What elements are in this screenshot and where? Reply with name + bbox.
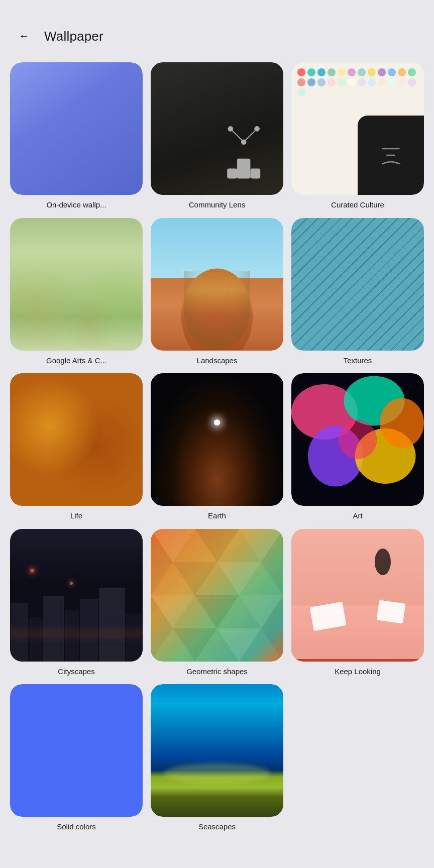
item-label-landscapes: Landscapes	[197, 356, 238, 366]
grid-item-curated-culture[interactable]: Curated Culture	[291, 62, 424, 210]
item-label-solid-colors: Solid colors	[57, 822, 96, 832]
item-label-life: Life	[70, 511, 82, 521]
wallpaper-grid: On-device wallp... Community Lens	[0, 58, 434, 852]
item-label-art: Art	[353, 511, 362, 521]
svg-rect-5	[237, 158, 250, 178]
svg-point-14	[380, 398, 424, 448]
grid-item-on-device[interactable]: On-device wallp...	[10, 62, 143, 210]
thumb-curated-culture	[291, 62, 424, 195]
item-label-keep-looking: Keep Looking	[335, 667, 381, 677]
svg-point-2	[228, 126, 233, 132]
thumb-geometric-shapes	[151, 529, 283, 662]
grid-item-community-lens[interactable]: Community Lens	[151, 62, 283, 210]
item-label-seascapes: Seascapes	[198, 822, 236, 832]
thumb-textures	[291, 218, 424, 351]
svg-point-3	[254, 126, 260, 132]
thumb-landscapes	[151, 218, 283, 351]
item-label-community-lens: Community Lens	[189, 200, 246, 210]
grid-item-seascapes[interactable]: Seascapes	[151, 684, 283, 832]
page-title: Wallpaper	[44, 29, 103, 44]
thumb-solid-colors	[10, 684, 143, 817]
svg-point-4	[241, 139, 247, 145]
header: ← Wallpaper	[0, 0, 434, 58]
svg-line-0	[230, 129, 243, 142]
item-label-earth: Earth	[208, 511, 226, 521]
thumb-art	[291, 373, 424, 506]
grid-item-life[interactable]: Life	[10, 373, 143, 521]
grid-item-art[interactable]: Art	[291, 373, 424, 521]
thumb-life	[10, 373, 143, 506]
grid-item-solid-colors[interactable]: Solid colors	[10, 684, 143, 832]
thumb-google-arts	[10, 218, 143, 351]
back-button[interactable]: ←	[12, 24, 36, 48]
item-label-geometric-shapes: Geometric shapes	[186, 667, 248, 677]
item-label-on-device: On-device wallp...	[46, 200, 106, 210]
item-label-cityscapes: Cityscapes	[58, 667, 94, 677]
svg-rect-6	[227, 168, 237, 178]
thumb-seascapes	[151, 684, 283, 817]
svg-rect-7	[250, 168, 260, 178]
item-label-google-arts: Google Arts & C...	[46, 356, 106, 366]
item-label-curated-culture: Curated Culture	[331, 200, 384, 210]
svg-point-15	[339, 420, 377, 459]
thumb-on-device	[10, 62, 143, 195]
thumb-earth	[151, 373, 283, 506]
grid-item-landscapes[interactable]: Landscapes	[151, 218, 283, 366]
grid-item-earth[interactable]: Earth	[151, 373, 283, 521]
grid-item-cityscapes[interactable]: Cityscapes	[10, 529, 143, 677]
item-label-textures: Textures	[344, 356, 372, 366]
thumb-community-lens	[151, 62, 283, 195]
thumb-keep-looking	[291, 529, 424, 662]
grid-item-geometric-shapes[interactable]: Geometric shapes	[151, 529, 283, 677]
grid-item-keep-looking[interactable]: Keep Looking	[291, 529, 424, 677]
grid-item-textures[interactable]: Textures	[291, 218, 424, 366]
back-arrow-icon: ←	[19, 30, 30, 43]
thumb-cityscapes	[10, 529, 143, 662]
svg-line-1	[244, 129, 257, 142]
grid-item-google-arts[interactable]: Google Arts & C...	[10, 218, 143, 366]
